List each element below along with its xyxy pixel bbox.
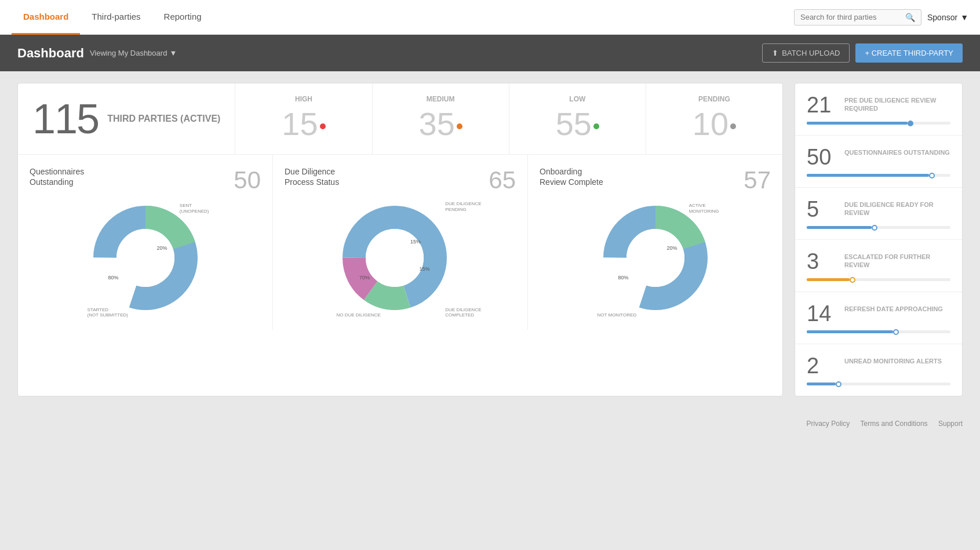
footer-support[interactable]: Support: [938, 420, 963, 428]
sidebar-label-5: REFRESH DATE APPROACHING: [844, 303, 943, 313]
sidebar-label-4: ESCALATED FOR FURTHER REVIEW: [844, 250, 950, 269]
pct-15-completed: 15%: [420, 266, 430, 272]
sponsor-button[interactable]: Sponsor ▼: [927, 13, 968, 22]
sub-header-left: Dashboard Viewing My Dashboard ▼: [17, 46, 177, 61]
pct-80-ob: 80%: [618, 275, 629, 281]
chart-ob-header: OnboardingReview Complete 57: [540, 166, 771, 194]
sidebar-item-top-4: 3 ESCALATED FOR FURTHER REVIEW: [807, 250, 950, 272]
total-number: 115: [32, 95, 99, 143]
progress-fill-2: [807, 174, 929, 177]
stat-high-label: HIGH: [244, 95, 363, 103]
sidebar-item-top-1: 21 PRE DUE DILIGENCE REVIEW REQUIRED: [807, 94, 950, 116]
sidebar-label-1: PRE DUE DILIGENCE REVIEW REQUIRED: [844, 94, 950, 113]
progress-dot-2: [929, 173, 935, 179]
progress-bar-1: [807, 122, 950, 125]
svg-point-9: [626, 229, 684, 287]
stat-pending-label: PENDING: [655, 95, 774, 103]
nav-links: Dashboard Third-parties Reporting: [12, 0, 213, 34]
pct-80-q: 80%: [108, 275, 119, 281]
progress-fill-4: [807, 278, 850, 281]
dashboard-card: 115 THIRD PARTIES (ACTIVE) HIGH 15 MEDIU…: [17, 83, 783, 396]
stat-high-value: 15: [244, 108, 363, 140]
stat-low[interactable]: LOW 55: [509, 83, 646, 154]
footer: Privacy Policy Terms and Conditions Supp…: [0, 408, 980, 439]
stat-low-value: 55: [518, 108, 637, 140]
stat-medium[interactable]: MEDIUM 35: [373, 83, 509, 154]
label-active-monitoring: ACTIVEMONITORING: [689, 203, 719, 214]
chart-dd-title: Due DiligenceProcess Status: [285, 166, 339, 187]
progress-dot-5: [893, 329, 899, 335]
charts-row: QuestionnairesOutstanding 50 SENT(UNOPEN…: [18, 155, 782, 330]
progress-bar-3: [807, 226, 950, 229]
total-label: THIRD PARTIES (ACTIVE): [107, 113, 220, 125]
progress-fill-5: [807, 330, 893, 333]
sidebar-item-due-diligence-ready[interactable]: 5 DUE DILIGENCE READY FOR REVIEW: [795, 188, 962, 240]
upload-icon: ⬆: [772, 49, 778, 57]
sidebar-label-2: QUESTIONNAIRES OUTSTANDING: [844, 146, 950, 156]
dd-donut: [337, 200, 453, 316]
chart-ob-number: 57: [744, 166, 771, 194]
sidebar-item-escalated[interactable]: 3 ESCALATED FOR FURTHER REVIEW: [795, 240, 962, 292]
footer-terms[interactable]: Terms and Conditions: [861, 420, 928, 428]
chart-ob-title: OnboardingReview Complete: [540, 166, 603, 187]
questionnaires-donut-wrapper: SENT(UNOPENED) 20% 80% STARTED(NOT SUBMI…: [88, 200, 203, 318]
label-dd-completed: DUE DILIGENCECOMPLETED: [445, 307, 481, 318]
nav-reporting[interactable]: Reporting: [152, 0, 213, 35]
progress-bar-2: [807, 174, 950, 177]
label-no-dd: NO DUE DILIGENCE: [337, 312, 381, 318]
progress-bar-5: [807, 330, 950, 333]
sidebar-label-6: UNREAD MONITORING ALERTS: [844, 355, 942, 365]
sidebar-number-6: 2: [807, 355, 836, 377]
questionnaires-donut: [88, 200, 203, 316]
pct-20-ob: 20%: [667, 245, 677, 251]
low-indicator: [593, 123, 599, 129]
viewing-dropdown[interactable]: Viewing My Dashboard ▼: [90, 49, 177, 57]
stat-medium-label: MEDIUM: [381, 95, 500, 103]
chevron-down-icon: ▼: [169, 49, 177, 57]
progress-dot-1: [908, 121, 913, 126]
svg-point-2: [116, 229, 174, 287]
chevron-down-icon: ▼: [960, 13, 968, 22]
progress-fill-3: [807, 226, 872, 229]
dd-donut-wrapper: DUE DILIGENCEPENDING 15% 15% 70% NO DUE …: [337, 200, 464, 318]
chart-questionnaires-number: 50: [234, 166, 261, 194]
sidebar-number-2: 50: [807, 146, 836, 168]
right-sidebar: 21 PRE DUE DILIGENCE REVIEW REQUIRED 50 …: [795, 83, 963, 396]
search-input[interactable]: [800, 13, 905, 21]
sidebar-item-questionnaires[interactable]: 50 QUESTIONNAIRES OUTSTANDING: [795, 136, 962, 188]
sidebar-item-top-3: 5 DUE DILIGENCE READY FOR REVIEW: [807, 198, 950, 220]
sidebar-number-4: 3: [807, 250, 836, 272]
batch-upload-button[interactable]: ⬆ BATCH UPLOAD: [762, 43, 850, 63]
label-started: STARTED(NOT SUBMITTED): [88, 307, 129, 318]
sidebar-item-unread-alerts[interactable]: 2 UNREAD MONITORING ALERTS: [795, 344, 962, 396]
nav-third-parties[interactable]: Third-parties: [80, 0, 152, 35]
chart-questionnaires-header: QuestionnairesOutstanding 50: [30, 166, 261, 194]
sidebar-item-pre-due-diligence[interactable]: 21 PRE DUE DILIGENCE REVIEW REQUIRED: [795, 83, 962, 136]
create-third-party-button[interactable]: + CREATE THIRD-PARTY: [855, 43, 963, 63]
footer-privacy[interactable]: Privacy Policy: [807, 420, 850, 428]
sub-header: Dashboard Viewing My Dashboard ▼ ⬆ BATCH…: [0, 35, 980, 71]
progress-bar-4: [807, 278, 950, 281]
nav-dashboard[interactable]: Dashboard: [12, 0, 80, 35]
progress-fill-1: [807, 122, 908, 125]
pct-20-q: 20%: [157, 245, 167, 251]
stat-pending[interactable]: PENDING 10: [646, 83, 782, 154]
pending-indicator: [730, 123, 736, 129]
label-not-monitored: NOT MONITORED: [598, 312, 637, 318]
stat-low-label: LOW: [518, 95, 637, 103]
ob-donut: [598, 200, 713, 316]
stat-items: HIGH 15 MEDIUM 35 LOW 55: [235, 83, 782, 154]
sidebar-item-top-2: 50 QUESTIONNAIRES OUTSTANDING: [807, 146, 950, 168]
progress-bar-6: [807, 383, 950, 385]
medium-indicator: [457, 123, 462, 129]
stat-high[interactable]: HIGH 15: [235, 83, 372, 154]
sidebar-item-refresh-date[interactable]: 14 REFRESH DATE APPROACHING: [795, 292, 962, 344]
stats-row: 115 THIRD PARTIES (ACTIVE) HIGH 15 MEDIU…: [18, 83, 782, 155]
search-box[interactable]: 🔍: [794, 9, 921, 26]
chart-questionnaires-title: QuestionnairesOutstanding: [30, 166, 84, 187]
sidebar-number-1: 21: [807, 94, 836, 116]
ob-donut-wrapper: ACTIVEMONITORING 20% 80% NOT MONITORED: [598, 200, 713, 318]
chart-dd-header: Due DiligenceProcess Status 65: [285, 166, 516, 194]
pct-15-pending: 15%: [410, 235, 421, 246]
nav-right: 🔍 Sponsor ▼: [794, 0, 968, 34]
